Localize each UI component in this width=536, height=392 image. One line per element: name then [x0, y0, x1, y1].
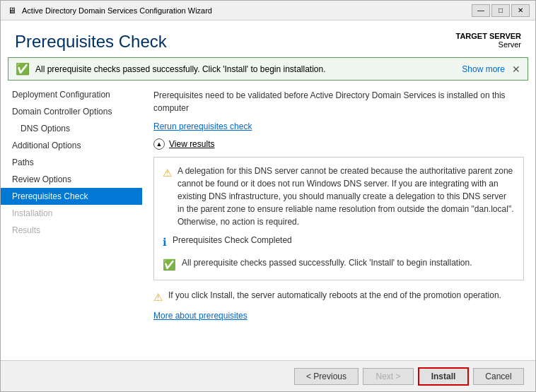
main-content: Deployment Configuration Domain Controll… [1, 81, 535, 360]
right-panel: Prerequisites need to be validated befor… [142, 81, 535, 360]
intro-text: Prerequisites need to be validated befor… [153, 89, 524, 114]
view-results-label: View results [169, 139, 214, 149]
success-text: All prerequisite checks passed successfu… [182, 256, 472, 269]
view-results[interactable]: ▲ View results [153, 138, 524, 150]
notification-bar: ✅ All prerequisite checks passed success… [8, 57, 528, 81]
result-item-info: ℹ Prerequisites Check Completed [163, 234, 515, 251]
sidebar-item-prereq[interactable]: Prerequisites Check [1, 188, 142, 205]
footer: < Previous Next > Install Cancel [1, 360, 535, 391]
warning-text: A delegation for this DNS server cannot … [177, 165, 515, 228]
warning-icon: ⚠ [163, 165, 172, 182]
next-button[interactable]: Next > [363, 368, 414, 385]
result-item-success: ✅ All prerequisite checks passed success… [163, 256, 515, 273]
sidebar-item-review[interactable]: Review Options [1, 171, 142, 188]
window-controls: — □ ✕ [472, 4, 530, 17]
header: Prerequisites Check TARGET SERVER Server [1, 20, 535, 57]
footer-warning-icon: ⚠ [153, 291, 163, 304]
sidebar-item-dc-options[interactable]: Domain Controller Options [1, 103, 142, 120]
rerun-prereq-link[interactable]: Rerun prerequisites check [153, 121, 524, 131]
info-text: Prerequisites Check Completed [173, 234, 292, 247]
show-more-link[interactable]: Show more [462, 64, 505, 74]
notification-message: All prerequisite checks passed successfu… [35, 64, 462, 74]
result-item-warning: ⚠ A delegation for this DNS server canno… [163, 165, 515, 228]
info-icon: ℹ [163, 234, 167, 251]
main-window: 🖥 Active Directory Domain Services Confi… [0, 0, 536, 392]
target-server-label: TARGET SERVER [456, 32, 522, 40]
sidebar-item-deployment[interactable]: Deployment Configuration [1, 86, 142, 103]
success-icon: ✅ [163, 257, 176, 273]
sidebar-item-paths[interactable]: Paths [1, 154, 142, 171]
collapse-icon: ▲ [153, 138, 165, 150]
target-server: TARGET SERVER Server [456, 32, 522, 49]
sidebar-item-installation: Installation [1, 205, 142, 222]
more-about-prerequisites-link[interactable]: More about prerequisites [153, 311, 524, 321]
minimize-button[interactable]: — [472, 4, 490, 17]
footer-warning-text: If you click Install, the server automat… [168, 290, 501, 300]
maximize-button[interactable]: □ [491, 4, 510, 17]
page-title: Prerequisites Check [15, 32, 167, 52]
close-button[interactable]: ✕ [511, 4, 530, 17]
window-title: Active Directory Domain Services Configu… [22, 6, 472, 15]
previous-button[interactable]: < Previous [294, 368, 359, 385]
install-button[interactable]: Install [418, 367, 469, 386]
notification-check-icon: ✅ [16, 62, 30, 76]
sidebar-item-additional[interactable]: Additional Options [1, 137, 142, 154]
content-area: Prerequisites Check TARGET SERVER Server… [1, 20, 535, 360]
window-icon: 🖥 [6, 5, 18, 16]
sidebar-item-dns-options[interactable]: DNS Options [1, 120, 142, 137]
notification-close-button[interactable]: ✕ [512, 64, 520, 75]
results-box: ⚠ A delegation for this DNS server canno… [153, 157, 524, 280]
server-name: Server [456, 40, 522, 49]
footer-warning: ⚠ If you click Install, the server autom… [153, 290, 524, 304]
sidebar: Deployment Configuration Domain Controll… [1, 81, 142, 360]
cancel-button[interactable]: Cancel [473, 368, 524, 385]
titlebar: 🖥 Active Directory Domain Services Confi… [1, 1, 535, 20]
sidebar-item-results: Results [1, 222, 142, 239]
